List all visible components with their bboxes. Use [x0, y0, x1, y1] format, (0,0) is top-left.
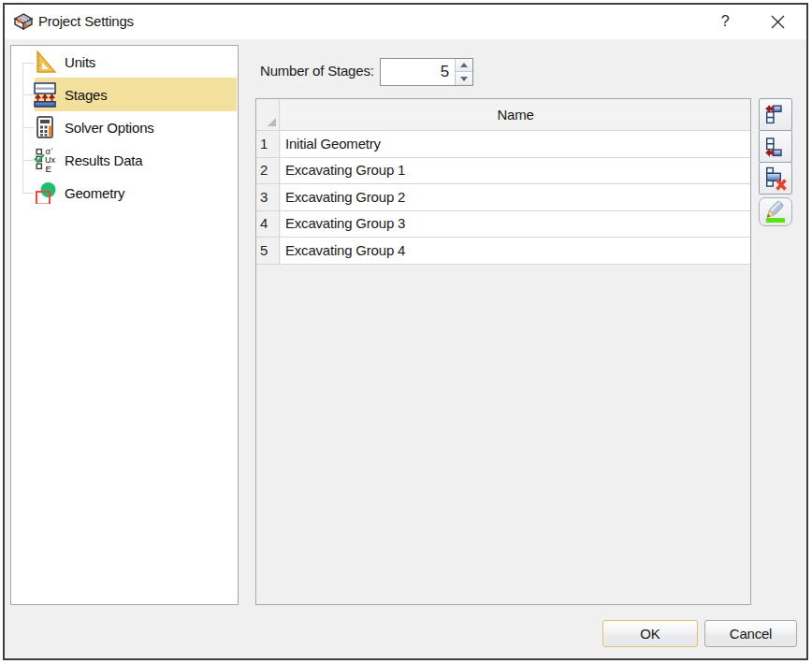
svg-text:E: E: [46, 164, 51, 173]
